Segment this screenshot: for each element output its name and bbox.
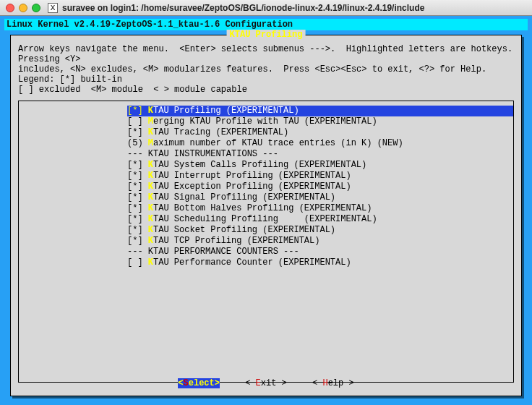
menu-item[interactable]: [*] KTAU Tracing (EXPERIMENTAL): [127, 127, 513, 138]
menu-item[interactable]: (5) Maximum number of KTAU trace entries…: [127, 138, 513, 149]
macos-titlebar: X suravee on login1: /home/suravee/Zepto…: [0, 0, 532, 16]
minimize-icon[interactable]: [19, 4, 27, 12]
menu-item[interactable]: [ ] Merging KTAU Profile with TAU (EXPER…: [127, 116, 513, 127]
menu-item[interactable]: [*] KTAU Signal Profiling (EXPERIMENTAL): [127, 192, 513, 203]
menu-separator: --- KTAU INSTRUMENTATIONS ---: [127, 149, 513, 160]
menu-item[interactable]: [*] KTAU Socket Profiling (EXPERIMENTAL): [127, 225, 513, 236]
close-icon[interactable]: [6, 4, 14, 12]
window-title: suravee on login1: /home/suravee/ZeptoOS…: [62, 3, 424, 13]
menu-item[interactable]: [*] KTAU Bottom Halves Profiling (EXPERI…: [127, 203, 513, 214]
menu-item[interactable]: [*] KTAU Profiling (EXPERIMENTAL): [127, 106, 513, 116]
main-dialog: KTAU Profiling Arrow keys navigate the m…: [10, 35, 522, 396]
help-button[interactable]: < Help >: [312, 378, 354, 388]
menu-frame: [*] KTAU Profiling (EXPERIMENTAL)[ ] Mer…: [18, 101, 514, 383]
menu-item[interactable]: [*] KTAU Scheduling Profiling (EXPERIMEN…: [127, 214, 513, 225]
menu-item[interactable]: [*] KTAU Exception Profiling (EXPERIMENT…: [127, 182, 513, 192]
select-button[interactable]: <Select>: [178, 378, 220, 388]
exit-button[interactable]: < Exit >: [245, 378, 287, 388]
menu-item[interactable]: [*] KTAU System Calls Profiling (EXPERIM…: [127, 160, 513, 171]
menu-list[interactable]: [*] KTAU Profiling (EXPERIMENTAL)[ ] Mer…: [19, 104, 513, 268]
dialog-title: KTAU Profiling: [227, 30, 306, 40]
x11-app-icon: X: [48, 3, 58, 13]
config-header: Linux Kernel v2.4.19-ZeptoOS-1.1_ktau-1.…: [4, 19, 528, 30]
terminal-area: Linux Kernel v2.4.19-ZeptoOS-1.1_ktau-1.…: [0, 16, 532, 405]
window-controls[interactable]: [6, 4, 40, 12]
menu-item[interactable]: [*] KTAU Interrupt Profiling (EXPERIMENT…: [127, 171, 513, 182]
help-text: Arrow keys navigate the menu. <Enter> se…: [18, 44, 514, 95]
menu-separator: --- KTAU PERFORMANCE COUNTERS ---: [127, 247, 513, 257]
zoom-icon[interactable]: [32, 4, 40, 12]
button-bar: <Select> < Exit > < Help >: [11, 378, 521, 388]
menu-item[interactable]: [*] KTAU TCP Profiling (EXPERIMENTAL): [127, 236, 513, 247]
menu-item[interactable]: [ ] KTAU Performance Counter (EXPERIMENT…: [127, 257, 513, 268]
